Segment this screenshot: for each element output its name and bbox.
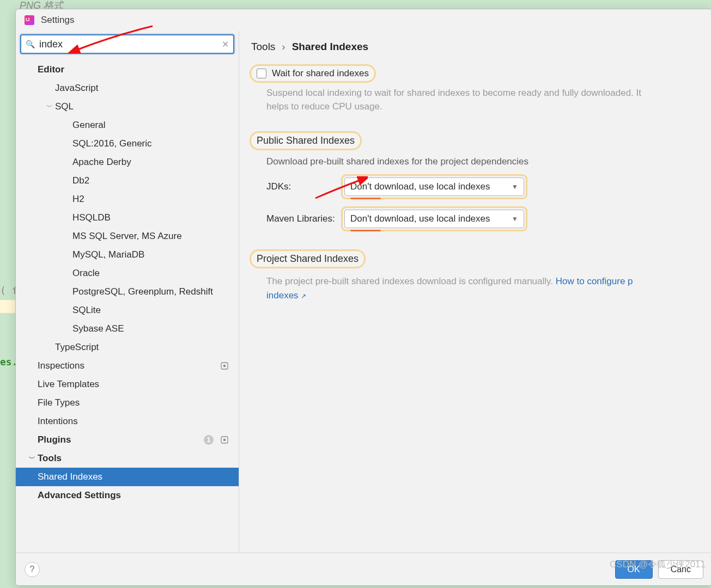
settings-tree: Editor JavaScript ﹀ SQL General SQL:2016… (16, 57, 239, 553)
tree-item[interactable]: Apache Derby (16, 153, 239, 171)
search-icon: 🔍 (26, 40, 35, 48)
help-icon: ? (30, 565, 35, 574)
titlebar: Settings (16, 9, 711, 31)
wait-for-shared-indexes-checkbox[interactable] (257, 69, 266, 78)
how-to-configure-link[interactable]: indexes ↗ (266, 290, 306, 301)
tree-item[interactable]: Sybase ASE (16, 320, 239, 338)
tree-item-inspections[interactable]: Inspections (16, 357, 239, 375)
tree-item[interactable]: H2 (16, 190, 239, 209)
tree-item-tools[interactable]: ﹀ Tools (16, 449, 239, 468)
maven-libraries-select[interactable]: Don't download, use local indexes ▼ (344, 210, 524, 228)
window-title: Settings (41, 15, 74, 26)
caret-down-icon: ▼ (512, 215, 518, 223)
cancel-button[interactable]: Canc (658, 560, 703, 579)
tree-item-intentions[interactable]: Intentions (16, 412, 239, 431)
tree-item[interactable]: MySQL, MariaDB (16, 246, 239, 264)
tree-item-live-templates[interactable]: Live Templates (16, 375, 239, 394)
app-icon (25, 15, 34, 25)
gear-icon (220, 436, 229, 444)
breadcrumb-current: Shared Indexes (292, 41, 368, 53)
external-link-icon: ↗ (301, 292, 306, 300)
help-button[interactable]: ? (25, 562, 40, 577)
caret-down-icon: ▼ (512, 183, 518, 191)
annotation-underline (350, 230, 381, 231)
breadcrumb: Tools › Shared Indexes (251, 41, 700, 53)
maven-label: Maven Libraries: (266, 213, 337, 224)
tree-item-editor[interactable]: Editor (16, 60, 239, 79)
search-input[interactable] (38, 38, 222, 51)
gear-icon (220, 362, 229, 370)
tree-item-shared-indexes[interactable]: Shared Indexes (16, 468, 239, 486)
checkbox-label: Wait for shared indexes (272, 68, 369, 79)
svg-rect-1 (223, 365, 226, 367)
settings-dialog: Settings 🔍 ✕ Editor JavaScript ﹀ SQL Gen… (15, 9, 711, 586)
checkbox-description: Suspend local indexing to wait for share… (266, 87, 659, 113)
dialog-footer: ? OK Canc (16, 553, 711, 585)
select-value: Don't download, use local indexes (350, 213, 490, 224)
settings-content: Tools › Shared Indexes Wait for shared i… (239, 31, 711, 553)
project-section-description: The project pre-built shared indexes dow… (266, 274, 700, 302)
section-title-project: Project Shared Indexes (251, 251, 364, 267)
tree-item-sql[interactable]: ﹀ SQL (16, 97, 239, 116)
tree-item[interactable]: Db2 (16, 171, 239, 190)
tree-item-plugins[interactable]: Plugins 1 (16, 431, 239, 449)
tree-item-file-types[interactable]: File Types (16, 394, 239, 412)
settings-sidebar: 🔍 ✕ Editor JavaScript ﹀ SQL General SQL:… (16, 31, 239, 553)
tree-item-typescript[interactable]: TypeScript (16, 338, 239, 357)
tree-item[interactable]: General (16, 116, 239, 134)
section-title-public: Public Shared Indexes (251, 133, 360, 149)
select-value: Don't download, use local indexes (350, 181, 490, 192)
breadcrumb-root[interactable]: Tools (251, 41, 275, 53)
chevron-down-icon[interactable]: ﹀ (44, 102, 55, 112)
annotation-underline (350, 198, 381, 199)
tree-item[interactable]: Oracle (16, 264, 239, 283)
how-to-configure-link[interactable]: How to configure p (556, 276, 633, 286)
tree-item-javascript[interactable]: JavaScript (16, 79, 239, 97)
search-box[interactable]: 🔍 ✕ (20, 34, 234, 54)
tree-item[interactable]: SQLite (16, 301, 239, 320)
tree-item[interactable]: SQL:2016, Generic (16, 134, 239, 153)
clear-search-icon[interactable]: ✕ (222, 39, 229, 50)
tree-item[interactable]: HSQLDB (16, 209, 239, 227)
jdks-label: JDKs: (266, 181, 337, 192)
svg-rect-3 (223, 439, 226, 441)
tree-item[interactable]: PostgreSQL, Greenplum, Redshift (16, 283, 239, 301)
chevron-right-icon: › (282, 41, 285, 53)
tree-item[interactable]: MS SQL Server, MS Azure (16, 227, 239, 246)
update-badge: 1 (204, 435, 214, 445)
chevron-down-icon[interactable]: ﹀ (27, 454, 38, 463)
bg-strip (0, 300, 15, 313)
section-description: Download pre-built shared indexes for th… (266, 156, 700, 167)
jdks-select[interactable]: Don't download, use local indexes ▼ (344, 177, 524, 196)
tree-item-advanced-settings[interactable]: Advanced Settings (16, 486, 239, 505)
ok-button[interactable]: OK (615, 560, 653, 579)
